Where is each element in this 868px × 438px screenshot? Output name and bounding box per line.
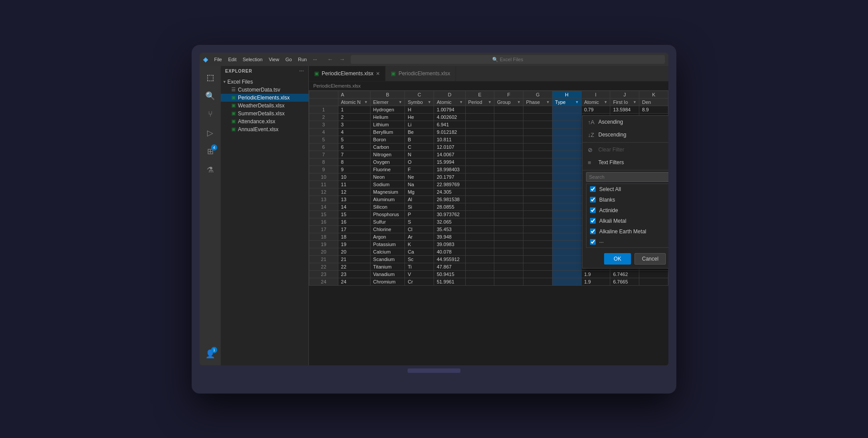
data-cell[interactable]: B: [405, 136, 434, 143]
row-number-cell[interactable]: 16: [309, 218, 338, 225]
data-cell[interactable]: [494, 225, 523, 233]
data-cell[interactable]: K: [405, 240, 434, 248]
data-cell[interactable]: V: [405, 270, 434, 278]
data-cell[interactable]: 0.79: [581, 106, 610, 113]
data-cell[interactable]: [465, 180, 494, 188]
data-cell[interactable]: 39.948: [434, 233, 465, 240]
data-cell[interactable]: Ca: [405, 248, 434, 255]
data-cell[interactable]: [639, 270, 668, 278]
data-cell[interactable]: [465, 106, 494, 113]
data-cell[interactable]: 13.5984: [610, 106, 639, 113]
data-cell[interactable]: H: [405, 106, 434, 113]
filter-btn-b[interactable]: ▾: [399, 99, 402, 104]
row-number-cell[interactable]: 1: [309, 106, 338, 113]
filter-btn-g[interactable]: ▾: [546, 99, 549, 104]
data-cell[interactable]: Phosphorus: [370, 210, 405, 218]
text-filters-item[interactable]: ≡ Text Filters ▶: [582, 156, 668, 169]
data-cell[interactable]: N: [405, 151, 434, 158]
row-number-cell[interactable]: 3: [309, 121, 338, 128]
data-cell[interactable]: [494, 240, 523, 248]
row-number-cell[interactable]: 17: [309, 225, 338, 233]
data-cell[interactable]: 15.9994: [434, 158, 465, 166]
data-cell[interactable]: [523, 143, 553, 151]
nav-back-button[interactable]: ←: [325, 55, 335, 63]
data-cell[interactable]: [494, 195, 523, 203]
data-cell[interactable]: [552, 151, 581, 158]
data-cell[interactable]: [523, 263, 553, 270]
data-cell[interactable]: Boron: [370, 136, 405, 143]
tab-periodic-inactive[interactable]: ▣ PeriodicElements.xlsx: [386, 66, 456, 81]
data-cell[interactable]: Hydrogen: [370, 106, 405, 113]
data-cell[interactable]: Ti: [405, 263, 434, 270]
data-cell[interactable]: Al: [405, 195, 434, 203]
col-header-b[interactable]: B: [370, 91, 405, 98]
data-cell[interactable]: Magnesium: [370, 188, 405, 195]
sort-ascending-item[interactable]: ↑A Ascending: [582, 116, 668, 129]
data-cell[interactable]: 30.973762: [434, 210, 465, 218]
data-cell[interactable]: [465, 225, 494, 233]
row-number-cell[interactable]: 2: [309, 113, 338, 121]
data-cell[interactable]: Calcium: [370, 248, 405, 255]
checkbox-select-all-input[interactable]: [590, 186, 596, 192]
data-cell[interactable]: Vanadium: [370, 270, 405, 278]
data-cell[interactable]: [523, 278, 553, 285]
row-number-cell[interactable]: 19: [309, 240, 338, 248]
checkbox-alkaline-earth[interactable]: Alkaline Earth Metal: [586, 226, 668, 237]
filter-btn-j[interactable]: ▾: [633, 99, 636, 104]
data-cell[interactable]: F: [405, 166, 434, 173]
filter-period[interactable]: Period ▾: [465, 98, 494, 106]
data-cell[interactable]: 9: [338, 166, 370, 173]
nav-buttons[interactable]: ← →: [325, 55, 347, 63]
data-cell[interactable]: [494, 233, 523, 240]
data-cell[interactable]: [465, 158, 494, 166]
data-cell[interactable]: [552, 128, 581, 136]
activity-git-icon[interactable]: ⑂: [202, 107, 218, 122]
data-cell[interactable]: [465, 121, 494, 128]
data-cell[interactable]: 10.811: [434, 136, 465, 143]
data-cell[interactable]: [552, 263, 581, 270]
data-cell[interactable]: [494, 180, 523, 188]
data-cell[interactable]: [465, 278, 494, 285]
col-header-a[interactable]: A: [338, 91, 370, 98]
data-cell[interactable]: [494, 270, 523, 278]
activity-account-icon[interactable]: 👤 1: [202, 346, 218, 362]
checkbox-alkali-metal-input[interactable]: [590, 218, 596, 224]
row-number-cell[interactable]: 8: [309, 158, 338, 166]
col-header-h[interactable]: H: [552, 91, 581, 98]
checkbox-actinide[interactable]: Actinide: [586, 205, 668, 216]
data-cell[interactable]: [552, 180, 581, 188]
data-cell[interactable]: Na: [405, 180, 434, 188]
data-cell[interactable]: 14.0067: [434, 151, 465, 158]
data-cell[interactable]: 1.00794: [434, 106, 465, 113]
row-number-cell[interactable]: 22: [309, 263, 338, 270]
filter-atomic-r[interactable]: Atomic ▾: [581, 98, 610, 106]
filter-btn-d[interactable]: ▾: [460, 99, 463, 104]
data-cell[interactable]: 24.305: [434, 188, 465, 195]
data-cell[interactable]: [465, 255, 494, 263]
data-cell[interactable]: [465, 195, 494, 203]
filter-first-io[interactable]: First Io ▾: [610, 98, 639, 106]
data-cell[interactable]: S: [405, 218, 434, 225]
data-cell[interactable]: Mg: [405, 188, 434, 195]
checkbox-select-all[interactable]: Select All: [586, 184, 668, 195]
data-cell[interactable]: 17: [338, 225, 370, 233]
data-cell[interactable]: [465, 210, 494, 218]
file-annualevent[interactable]: ▣ AnnualEvent.xlsx: [221, 125, 308, 133]
activity-run-icon[interactable]: ▷: [202, 125, 218, 141]
data-cell[interactable]: [494, 121, 523, 128]
data-cell[interactable]: 8.9: [639, 106, 668, 113]
data-cell[interactable]: 4.002602: [434, 113, 465, 121]
data-cell[interactable]: [523, 173, 553, 180]
col-header-g[interactable]: G: [523, 91, 553, 98]
data-cell[interactable]: [494, 158, 523, 166]
data-cell[interactable]: Sodium: [370, 180, 405, 188]
tab-close-button[interactable]: ✕: [376, 71, 380, 77]
filter-group[interactable]: Group ▾: [494, 98, 523, 106]
row-number-cell[interactable]: 21: [309, 255, 338, 263]
col-header-c[interactable]: C: [405, 91, 434, 98]
data-cell[interactable]: Lithium: [370, 121, 405, 128]
activity-flask-icon[interactable]: ⚗: [202, 162, 218, 178]
data-cell[interactable]: C: [405, 143, 434, 151]
activity-explorer-icon[interactable]: ⬚: [202, 70, 218, 85]
data-cell[interactable]: 8: [338, 158, 370, 166]
